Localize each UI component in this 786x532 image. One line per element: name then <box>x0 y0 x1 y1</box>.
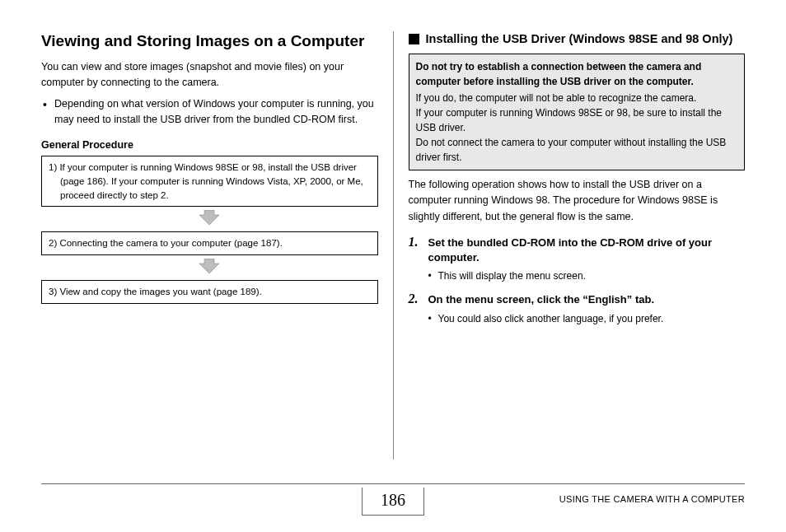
intro-paragraph: You can view and store images (snapshot … <box>41 59 378 91</box>
numbered-step-1: 1. Set the bundled CD-ROM into the CD-RO… <box>409 235 746 265</box>
section-header: Installing the USB Driver (Windows 98SE … <box>409 31 746 47</box>
intro-bullet-1: Depending on what version of Windows you… <box>43 96 378 128</box>
main-heading: Viewing and Storing Images on a Computer <box>41 31 378 51</box>
procedure-step-2: 2) Connecting the camera to your compute… <box>41 231 378 255</box>
down-arrow-icon <box>199 259 219 273</box>
down-arrow-icon <box>199 210 219 225</box>
step-text-1: Set the bundled CD-ROM into the CD-ROM d… <box>428 235 746 265</box>
footer-rule <box>41 483 745 484</box>
followup-paragraph: The following operation shows how to ins… <box>409 177 746 225</box>
procedure-step-2-text: 2) Connecting the camera to your compute… <box>49 236 371 250</box>
step-1-bullet: This will display the menu screen. <box>428 268 746 283</box>
step-2-bullet: You could also click another language, i… <box>428 311 746 326</box>
procedure-step-1-text: 1) If your computer is running Windows 9… <box>49 161 371 202</box>
right-column: Installing the USB Driver (Windows 98SE … <box>394 31 746 460</box>
step-text-2: On the menu screen, click the “English” … <box>428 292 655 307</box>
procedure-step-3-text: 3) View and copy the images you want (pa… <box>49 285 371 299</box>
footer-section-label: USING THE CAMERA WITH A COMPUTER <box>559 494 745 504</box>
page-number: 186 <box>362 488 424 516</box>
procedure-step-3: 3) View and copy the images you want (pa… <box>41 280 378 304</box>
procedure-arrow-2 <box>41 255 378 280</box>
section-title: Installing the USB Driver (Windows 98SE … <box>426 31 733 47</box>
warning-line-2: If your computer is running Windows 98SE… <box>416 107 723 133</box>
svg-marker-1 <box>199 259 219 273</box>
svg-marker-0 <box>199 210 219 225</box>
procedure-arrow-1 <box>41 207 378 231</box>
section-bullet-icon <box>409 34 419 44</box>
warning-callout: Do not try to establish a connection bet… <box>409 54 746 170</box>
step-number-1: 1. <box>409 235 423 250</box>
step-1-bullets: This will display the menu screen. <box>428 268 746 283</box>
general-procedure-heading: General Procedure <box>41 139 378 151</box>
page-footer: 186 USING THE CAMERA WITH A COMPUTER <box>41 489 745 517</box>
warning-strong: Do not try to establish a connection bet… <box>416 59 738 89</box>
intro-bullets: Depending on what version of Windows you… <box>43 96 378 128</box>
step-number-2: 2. <box>409 292 423 306</box>
step-2-bullets: You could also click another language, i… <box>428 311 746 326</box>
numbered-step-2: 2. On the menu screen, click the “Englis… <box>409 292 746 307</box>
procedure-step-1: 1) If your computer is running Windows 9… <box>41 156 378 207</box>
left-column: Viewing and Storing Images on a Computer… <box>41 31 393 460</box>
warning-line-1: If you do, the computer will not be able… <box>416 92 697 104</box>
page-columns: Viewing and Storing Images on a Computer… <box>41 31 745 460</box>
warning-line-3: Do not connect the camera to your comput… <box>416 137 727 163</box>
